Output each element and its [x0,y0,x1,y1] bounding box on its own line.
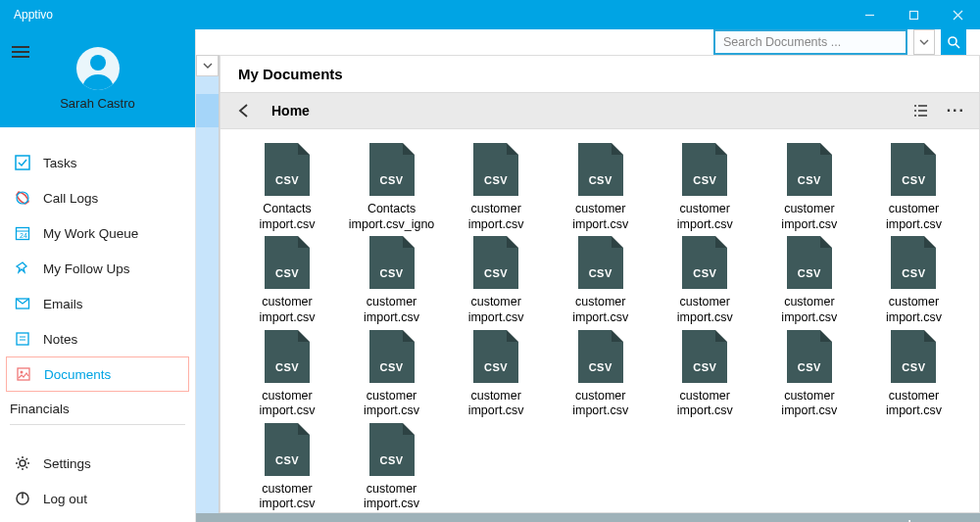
file-item[interactable]: CSV customer import.csv [864,236,962,325]
file-item[interactable]: CSV customer import.csv [343,330,441,419]
file-label: customer import.csv [238,389,336,419]
file-item[interactable]: CSV customer import.csv [760,330,858,419]
file-item[interactable]: CSV customer import.csv [864,330,962,419]
app-title: Apptivo [14,8,53,22]
file-label: customer import.csv [760,202,858,232]
sidebar-section-financials[interactable]: Financials [0,392,195,422]
file-icon: CSV [473,330,518,383]
sidebar-item-label: Tasks [43,156,77,170]
file-icon: CSV [369,330,415,383]
sidebar-item-documents[interactable]: Documents [6,356,189,392]
file-icon: CSV [369,236,415,289]
sidebar-item-label: Call Logs [43,191,98,206]
file-item[interactable]: CSV customer import.csv [864,143,962,232]
file-label: customer import.csv [760,295,858,325]
sidebar-item-followups[interactable]: My Follow Ups [0,251,195,286]
sidebar-item-workqueue[interactable]: 24 My Work Queue [0,215,195,251]
list-view-button[interactable] [911,102,929,119]
file-label: customer import.csv [656,295,754,325]
sidebar: Sarah Castro Tasks Call Logs 24 My Work … [0,29,196,522]
svg-text:24: 24 [20,232,27,239]
list-icon [911,102,929,119]
file-icon: CSV [891,143,936,196]
file-item[interactable]: CSV customer import.csv [656,143,754,232]
file-label: customer import.csv [447,389,545,419]
file-icon: CSV [578,236,623,289]
file-label: customer import.csv [552,389,650,419]
file-item[interactable]: CSV customer import.csv [552,330,650,419]
mail-icon [14,295,31,312]
file-item[interactable]: CSV customer import.csv [238,330,336,419]
file-icon: CSV [682,143,727,196]
document-icon [15,365,32,383]
note-icon [14,330,31,348]
search-bar: Search Documents ... [196,29,980,55]
panel-indicator [196,94,219,127]
minimize-button[interactable] [848,0,892,29]
svg-point-15 [21,371,24,374]
user-name: Sarah Castro [60,96,135,111]
file-item[interactable]: CSV customer import.csv [447,236,545,325]
file-item[interactable]: CSV Contacts import.csv_igno [343,143,441,232]
divider [10,424,185,425]
maximize-button[interactable] [892,0,936,29]
file-item[interactable]: CSV customer import.csv [343,423,441,512]
sidebar-item-label: My Work Queue [43,226,138,241]
sidebar-item-settings[interactable]: Settings [0,446,195,481]
file-icon: CSV [265,330,310,383]
file-item[interactable]: CSV customer import.csv [656,330,754,419]
breadcrumb-home[interactable]: Home [271,103,310,119]
file-item[interactable]: CSV customer import.csv [760,236,858,325]
back-button[interactable] [234,101,254,120]
file-label: customer import.csv [447,295,545,325]
file-label: customer import.csv [864,389,962,419]
file-icon: CSV [787,236,832,289]
menu-toggle-button[interactable] [12,43,29,61]
file-icon: CSV [369,423,415,476]
file-item[interactable]: CSV customer import.csv [447,143,545,232]
status-more-button[interactable]: ··· [942,517,960,522]
file-icon: CSV [682,330,727,383]
more-options-button[interactable]: ··· [947,102,965,119]
add-button[interactable]: + [904,513,916,522]
svg-rect-1 [910,11,918,19]
page-title: My Documents [220,56,979,92]
avatar[interactable] [76,47,120,90]
file-label: customer import.csv [552,295,650,325]
sidebar-item-emails[interactable]: Emails [0,286,195,321]
file-item[interactable]: CSV customer import.csv [552,236,650,325]
search-input[interactable]: Search Documents ... [713,29,907,55]
svg-point-4 [90,55,106,71]
file-icon: CSV [787,143,832,196]
file-item[interactable]: CSV customer import.csv [656,236,754,325]
file-item[interactable]: CSV customer import.csv [447,330,545,419]
file-label: customer import.csv [656,389,754,419]
sidebar-item-calllogs[interactable]: Call Logs [0,180,195,215]
file-item[interactable]: CSV customer import.csv [552,143,650,232]
search-dropdown-button[interactable] [913,29,935,55]
pin-icon [14,260,31,277]
sidebar-item-tasks[interactable]: Tasks [0,145,195,180]
sidebar-item-notes[interactable]: Notes [0,321,195,356]
sidebar-item-label: Emails [43,297,83,311]
search-button[interactable] [941,29,966,55]
file-item[interactable]: CSV customer import.csv [760,143,858,232]
file-icon: CSV [578,143,623,196]
svg-line-23 [18,467,20,469]
close-button[interactable] [936,0,980,29]
file-item[interactable]: CSV Contacts import.csv [238,143,336,232]
file-icon: CSV [682,236,727,289]
file-item[interactable]: CSV customer import.csv [343,236,441,325]
file-item[interactable]: CSV customer import.csv [238,423,336,512]
file-item[interactable]: CSV customer import.csv [238,236,336,325]
file-label: Contacts import.csv_igno [343,202,441,232]
svg-line-21 [18,458,20,460]
sidebar-item-logout[interactable]: Log out [0,481,195,516]
file-label: customer import.csv [552,202,650,232]
expand-panel-button[interactable] [196,55,219,76]
file-label: customer import.csv [343,389,441,419]
panel-collapse-strip [196,55,220,513]
file-icon: CSV [473,236,518,289]
file-grid: CSV Contacts import.csv CSV Contacts imp… [220,129,979,512]
window-buttons [848,0,980,29]
